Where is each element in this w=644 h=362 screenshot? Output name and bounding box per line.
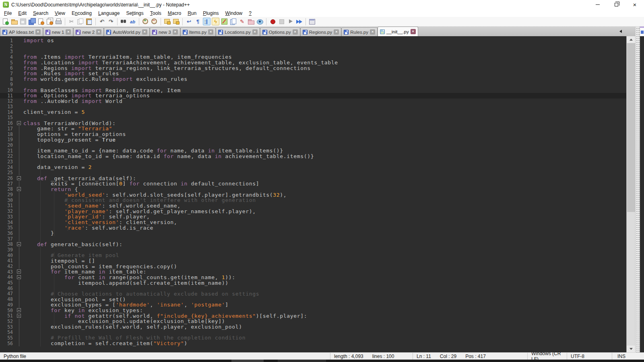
- vertical-scrollbar[interactable]: [626, 36, 635, 352]
- tab-label: AP Ideas.txt: [9, 30, 34, 35]
- record-macro-icon[interactable]: [269, 18, 277, 25]
- fold-collapse-icon[interactable]: [17, 187, 21, 191]
- tab-close-button[interactable]: ×: [35, 29, 41, 35]
- cut-icon[interactable]: ✂: [68, 18, 75, 25]
- copy-icon[interactable]: [76, 18, 84, 25]
- fold-collapse-icon[interactable]: [17, 121, 21, 125]
- view-splitter-grip[interactable]: [635, 27, 640, 352]
- tab-scroll-left-icon[interactable]: [619, 30, 622, 33]
- secondary-view-tab[interactable]: [640, 27, 644, 36]
- tab-new-3[interactable]: new 3×: [150, 27, 180, 36]
- tab-close-button[interactable]: ×: [252, 29, 258, 35]
- sync-vertical-icon[interactable]: [163, 18, 171, 25]
- print-icon[interactable]: [55, 18, 62, 25]
- tab-close-button[interactable]: ×: [173, 29, 178, 35]
- save-file-icon[interactable]: [19, 18, 27, 25]
- doc-list-icon[interactable]: [229, 18, 237, 25]
- tab-close-button[interactable]: ×: [208, 29, 213, 35]
- fold-collapse-icon[interactable]: [17, 275, 21, 279]
- tab-options-py[interactable]: Options.py×: [260, 27, 300, 36]
- run-macro-multiple-icon[interactable]: [295, 18, 303, 25]
- tab-locations-py[interactable]: Locations.py×: [216, 27, 260, 36]
- new-file-icon[interactable]: [2, 18, 9, 25]
- menu-item-encoding[interactable]: Encoding: [68, 10, 95, 17]
- menu-item-view[interactable]: View: [52, 10, 68, 17]
- word-wrap-icon[interactable]: ↩: [185, 18, 193, 25]
- tab-close-button[interactable]: ×: [370, 29, 375, 35]
- tab-close-button[interactable]: ×: [96, 29, 101, 35]
- fold-margin: [15, 38, 23, 43]
- play-macro-icon[interactable]: [287, 18, 294, 25]
- menu-item-help[interactable]: ?: [246, 10, 255, 17]
- close-button[interactable]: ×: [625, 0, 644, 9]
- indent-guide-icon[interactable]: [203, 18, 211, 25]
- tab-init-py[interactable]: __init__.py×: [378, 27, 418, 36]
- menu-item-macro[interactable]: Macro: [165, 10, 184, 17]
- tab-close-button[interactable]: ×: [334, 29, 339, 35]
- save-macro-icon[interactable]: [308, 18, 316, 25]
- undo-icon[interactable]: ↶: [98, 18, 106, 25]
- doc-map-icon[interactable]: [221, 18, 228, 25]
- menu-item-file[interactable]: File: [1, 10, 15, 17]
- zoom-out-icon[interactable]: [151, 18, 158, 25]
- menu-item-window[interactable]: Window: [222, 10, 246, 17]
- restore-button[interactable]: [607, 0, 625, 9]
- fold-margin: [15, 71, 23, 76]
- line-number: 51: [0, 313, 15, 319]
- tab-items-py[interactable]: Items.py×: [180, 27, 216, 36]
- status-length: length : 4,093: [334, 354, 363, 359]
- scrollbar-thumb[interactable]: [627, 43, 635, 212]
- toolbar-separator: [161, 18, 161, 25]
- line-number: 26: [0, 175, 15, 181]
- tab-close-button[interactable]: ×: [293, 29, 298, 35]
- minimize-button[interactable]: [588, 0, 607, 9]
- zoom-in-icon[interactable]: [142, 18, 149, 25]
- menu-item-language[interactable]: Language: [95, 10, 123, 17]
- tab-autoworld-py[interactable]: AutoWorld.py×: [104, 27, 150, 36]
- fold-guide-line: [19, 225, 19, 230]
- edit-marker-icon[interactable]: ✎: [238, 18, 246, 25]
- tab-rules-py[interactable]: Rules.py×: [341, 27, 378, 36]
- tab-regions-py[interactable]: Regions.py×: [300, 27, 342, 36]
- tab-new-1[interactable]: new 1×: [43, 27, 74, 36]
- tab-close-button[interactable]: ×: [66, 29, 71, 35]
- menu-item-run[interactable]: Run: [184, 10, 200, 17]
- tab-close-button[interactable]: ×: [142, 29, 147, 35]
- show-symbols-icon[interactable]: ¶: [194, 18, 202, 25]
- close-all-icon[interactable]: [46, 18, 54, 25]
- fold-collapse-icon[interactable]: [17, 269, 21, 274]
- line-number: 38: [0, 241, 15, 247]
- sync-horizontal-icon[interactable]: [172, 18, 180, 25]
- menu-item-plugins[interactable]: Plugins: [200, 10, 222, 17]
- fold-collapse-icon[interactable]: [17, 176, 21, 180]
- project-folder-icon[interactable]: [247, 18, 255, 25]
- menu-item-edit[interactable]: Edit: [15, 10, 30, 17]
- scrollbar-down-button[interactable]: [627, 346, 636, 352]
- menu-item-search[interactable]: Search: [30, 10, 52, 17]
- menu-item-tools[interactable]: Tools: [147, 10, 165, 17]
- code-text: def generate_basic(self):: [23, 241, 122, 247]
- fold-collapse-icon[interactable]: [17, 308, 21, 312]
- tab-close-button[interactable]: ×: [411, 29, 416, 34]
- save-all-icon[interactable]: [28, 18, 36, 25]
- menu-item-settings[interactable]: Settings: [123, 10, 147, 17]
- stop-macro-icon[interactable]: [278, 18, 285, 25]
- close-file-icon[interactable]: [37, 18, 45, 25]
- find-icon[interactable]: [120, 18, 128, 25]
- replace-icon[interactable]: ab: [129, 18, 136, 25]
- fold-margin: [15, 76, 23, 82]
- redo-icon[interactable]: ↷: [107, 18, 115, 25]
- scrollbar-up-button[interactable]: [627, 36, 636, 43]
- fold-collapse-icon[interactable]: [17, 314, 21, 318]
- open-file-icon[interactable]: [10, 18, 18, 25]
- monitor-icon[interactable]: [256, 18, 264, 25]
- tab-ap-ideas-txt[interactable]: AP Ideas.txt×: [0, 27, 43, 36]
- editor[interactable]: 1import os234from .Items import Terraria…: [0, 36, 626, 352]
- fold-collapse-icon[interactable]: [17, 242, 21, 246]
- tab-new-2[interactable]: new 2×: [73, 27, 104, 36]
- line-number: 39: [0, 247, 15, 253]
- function-list-icon[interactable]: ϟ: [212, 18, 219, 25]
- code-line-13: 13: [0, 104, 626, 109]
- paste-icon[interactable]: [85, 18, 93, 25]
- fold-guide-line: [19, 126, 19, 132]
